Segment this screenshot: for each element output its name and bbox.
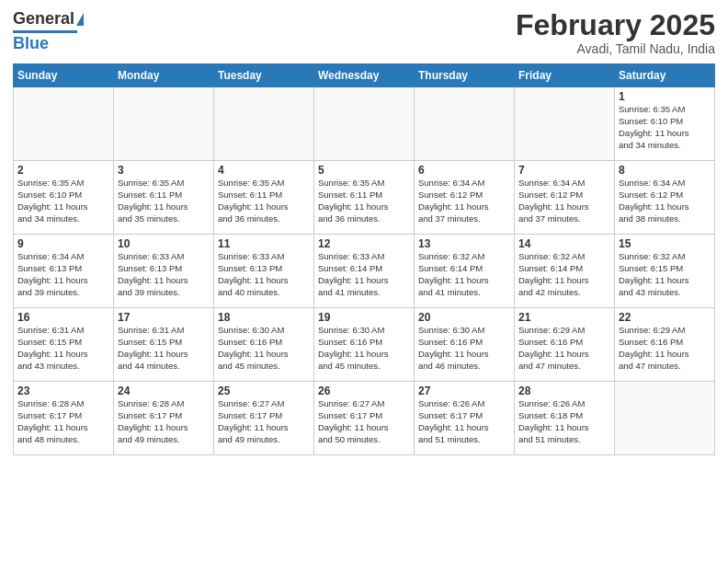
day-info: Sunrise: 6:33 AMSunset: 6:13 PMDaylight:… (218, 251, 310, 298)
day-number: 28 (518, 385, 610, 397)
table-row: 25Sunrise: 6:27 AMSunset: 6:17 PMDayligh… (214, 382, 314, 455)
table-row (615, 382, 715, 455)
logo-triangle-icon (76, 13, 84, 26)
day-number: 22 (619, 311, 711, 324)
day-number: 19 (318, 311, 410, 324)
day-info: Sunrise: 6:35 AMSunset: 6:10 PMDaylight:… (619, 104, 711, 151)
col-friday: Friday (515, 64, 615, 87)
day-info: Sunrise: 6:32 AMSunset: 6:14 PMDaylight:… (518, 251, 610, 298)
day-number: 5 (318, 164, 410, 177)
table-row: 11Sunrise: 6:33 AMSunset: 6:13 PMDayligh… (214, 235, 314, 308)
day-info: Sunrise: 6:32 AMSunset: 6:15 PMDaylight:… (619, 251, 711, 298)
calendar-header-row: Sunday Monday Tuesday Wednesday Thursday… (14, 64, 715, 87)
day-info: Sunrise: 6:29 AMSunset: 6:16 PMDaylight:… (619, 325, 711, 372)
table-row: 23Sunrise: 6:28 AMSunset: 6:17 PMDayligh… (14, 382, 114, 455)
day-number: 2 (17, 164, 109, 177)
table-row: 17Sunrise: 6:31 AMSunset: 6:15 PMDayligh… (114, 308, 214, 382)
title-block: February 2025 Avadi, Tamil Nadu, India (516, 9, 715, 56)
table-row (114, 87, 214, 161)
day-number: 14 (518, 237, 610, 250)
day-info: Sunrise: 6:27 AMSunset: 6:17 PMDaylight:… (318, 398, 410, 445)
day-number: 17 (118, 311, 210, 324)
calendar-week-row: 23Sunrise: 6:28 AMSunset: 6:17 PMDayligh… (14, 382, 715, 455)
table-row: 13Sunrise: 6:32 AMSunset: 6:14 PMDayligh… (415, 235, 515, 308)
table-row (415, 87, 515, 161)
day-number: 26 (318, 385, 410, 397)
table-row (14, 87, 114, 161)
col-wednesday: Wednesday (314, 64, 415, 87)
day-number: 1 (619, 90, 711, 103)
day-info: Sunrise: 6:26 AMSunset: 6:18 PMDaylight:… (518, 398, 610, 445)
day-number: 25 (218, 385, 310, 397)
day-number: 16 (17, 311, 109, 324)
calendar-week-row: 2Sunrise: 6:35 AMSunset: 6:10 PMDaylight… (14, 161, 715, 235)
day-number: 7 (518, 164, 610, 177)
day-number: 24 (118, 385, 210, 397)
table-row: 15Sunrise: 6:32 AMSunset: 6:15 PMDayligh… (615, 235, 715, 308)
day-number: 23 (17, 385, 109, 397)
table-row: 3Sunrise: 6:35 AMSunset: 6:11 PMDaylight… (114, 161, 214, 235)
day-number: 8 (619, 164, 711, 177)
table-row: 7Sunrise: 6:34 AMSunset: 6:12 PMDaylight… (515, 161, 615, 235)
day-info: Sunrise: 6:33 AMSunset: 6:13 PMDaylight:… (118, 251, 210, 298)
table-row: 21Sunrise: 6:29 AMSunset: 6:16 PMDayligh… (515, 308, 615, 382)
table-row: 1Sunrise: 6:35 AMSunset: 6:10 PMDaylight… (615, 87, 715, 161)
day-info: Sunrise: 6:30 AMSunset: 6:16 PMDaylight:… (418, 325, 510, 372)
col-saturday: Saturday (615, 64, 715, 87)
table-row: 9Sunrise: 6:34 AMSunset: 6:13 PMDaylight… (14, 235, 114, 308)
day-info: Sunrise: 6:33 AMSunset: 6:14 PMDaylight:… (318, 251, 410, 298)
day-info: Sunrise: 6:28 AMSunset: 6:17 PMDaylight:… (17, 398, 109, 445)
day-info: Sunrise: 6:31 AMSunset: 6:15 PMDaylight:… (17, 325, 109, 372)
table-row: 8Sunrise: 6:34 AMSunset: 6:12 PMDaylight… (615, 161, 715, 235)
day-info: Sunrise: 6:31 AMSunset: 6:15 PMDaylight:… (118, 325, 210, 372)
day-info: Sunrise: 6:35 AMSunset: 6:11 PMDaylight:… (318, 178, 410, 224)
day-info: Sunrise: 6:35 AMSunset: 6:11 PMDaylight:… (218, 178, 310, 224)
day-info: Sunrise: 6:34 AMSunset: 6:12 PMDaylight:… (518, 178, 610, 224)
table-row: 19Sunrise: 6:30 AMSunset: 6:16 PMDayligh… (314, 308, 415, 382)
col-tuesday: Tuesday (214, 64, 314, 87)
table-row: 5Sunrise: 6:35 AMSunset: 6:11 PMDaylight… (314, 161, 415, 235)
table-row: 6Sunrise: 6:34 AMSunset: 6:12 PMDaylight… (415, 161, 515, 235)
calendar-week-row: 16Sunrise: 6:31 AMSunset: 6:15 PMDayligh… (14, 308, 715, 382)
table-row: 28Sunrise: 6:26 AMSunset: 6:18 PMDayligh… (515, 382, 615, 455)
day-number: 11 (218, 237, 310, 250)
day-number: 6 (418, 164, 510, 177)
day-number: 3 (118, 164, 210, 177)
calendar-week-row: 1Sunrise: 6:35 AMSunset: 6:10 PMDaylight… (14, 87, 715, 161)
day-number: 10 (118, 237, 210, 250)
day-info: Sunrise: 6:35 AMSunset: 6:10 PMDaylight:… (17, 178, 109, 224)
table-row (214, 87, 314, 161)
location-text: Avadi, Tamil Nadu, India (516, 41, 715, 56)
table-row: 14Sunrise: 6:32 AMSunset: 6:14 PMDayligh… (515, 235, 615, 308)
day-info: Sunrise: 6:29 AMSunset: 6:16 PMDaylight:… (518, 325, 610, 372)
day-number: 9 (17, 237, 109, 250)
table-row (314, 87, 415, 161)
day-number: 21 (518, 311, 610, 324)
day-info: Sunrise: 6:30 AMSunset: 6:16 PMDaylight:… (218, 325, 310, 372)
day-info: Sunrise: 6:28 AMSunset: 6:17 PMDaylight:… (118, 398, 210, 445)
table-row: 4Sunrise: 6:35 AMSunset: 6:11 PMDaylight… (214, 161, 314, 235)
table-row: 26Sunrise: 6:27 AMSunset: 6:17 PMDayligh… (314, 382, 415, 455)
day-info: Sunrise: 6:26 AMSunset: 6:17 PMDaylight:… (418, 398, 510, 445)
logo: General Blue (13, 9, 84, 53)
day-number: 15 (619, 237, 711, 250)
calendar-week-row: 9Sunrise: 6:34 AMSunset: 6:13 PMDaylight… (14, 235, 715, 308)
day-number: 18 (218, 311, 310, 324)
day-info: Sunrise: 6:34 AMSunset: 6:12 PMDaylight:… (619, 178, 711, 224)
logo-blue-text: Blue (13, 34, 49, 53)
col-thursday: Thursday (415, 64, 515, 87)
day-info: Sunrise: 6:34 AMSunset: 6:12 PMDaylight:… (418, 178, 510, 224)
day-number: 4 (218, 164, 310, 177)
table-row (515, 87, 615, 161)
table-row: 22Sunrise: 6:29 AMSunset: 6:16 PMDayligh… (615, 308, 715, 382)
col-monday: Monday (114, 64, 214, 87)
day-info: Sunrise: 6:34 AMSunset: 6:13 PMDaylight:… (17, 251, 109, 298)
day-number: 13 (418, 237, 510, 250)
table-row: 20Sunrise: 6:30 AMSunset: 6:16 PMDayligh… (415, 308, 515, 382)
day-info: Sunrise: 6:35 AMSunset: 6:11 PMDaylight:… (118, 178, 210, 224)
day-info: Sunrise: 6:27 AMSunset: 6:17 PMDaylight:… (218, 398, 310, 445)
day-info: Sunrise: 6:30 AMSunset: 6:16 PMDaylight:… (318, 325, 410, 372)
table-row: 18Sunrise: 6:30 AMSunset: 6:16 PMDayligh… (214, 308, 314, 382)
table-row: 16Sunrise: 6:31 AMSunset: 6:15 PMDayligh… (14, 308, 114, 382)
table-row: 24Sunrise: 6:28 AMSunset: 6:17 PMDayligh… (114, 382, 214, 455)
